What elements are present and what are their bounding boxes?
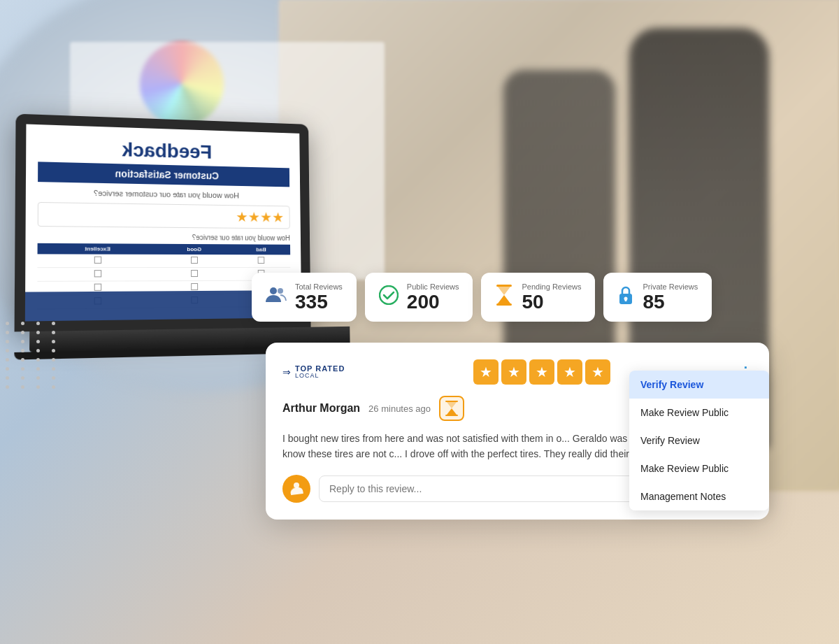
laptop-stars-box: ★ ★ ★ ★ — [38, 202, 290, 229]
review-star-5: ★ — [585, 359, 610, 385]
laptop-feedback-title: Feedback — [38, 136, 289, 165]
laptop-question: How would you rate our service? — [38, 232, 290, 242]
reply-avatar — [282, 475, 310, 503]
checkbox — [94, 284, 101, 291]
top-rated-logo: ⇒ TOP RATED LOCAL — [282, 364, 345, 380]
checkbox — [191, 257, 198, 264]
stat-label-pending: Pending Reviews — [522, 282, 581, 291]
laptop-star-2: ★ — [260, 209, 272, 226]
laptop-table-header-bad: Bad — [231, 244, 290, 255]
dropdown-item-verify-review-2[interactable]: Verify Review — [629, 427, 769, 455]
laptop-table-header-excellent: Excellent — [38, 243, 157, 255]
laptop-table-header-good: Good — [156, 244, 231, 255]
pending-badge — [439, 396, 464, 421]
svg-rect-7 — [625, 299, 627, 301]
svg-point-2 — [380, 286, 398, 304]
laptop-subtitle: Customer Satisfaction — [115, 168, 219, 181]
dropdown-item-make-public-1[interactable]: Make Review Public — [629, 399, 769, 427]
table-row — [37, 254, 290, 267]
stat-info-pending: Pending Reviews 50 — [522, 282, 581, 312]
checkbox — [191, 283, 198, 290]
svg-point-10 — [294, 482, 299, 488]
laptop-blue-bar: Customer Satisfaction — [38, 162, 289, 187]
stat-value-total: 335 — [295, 292, 343, 312]
check-circle-icon — [379, 285, 399, 310]
stat-info-total: Total Reviews 335 — [295, 282, 343, 312]
hourglass-icon — [495, 285, 513, 310]
review-star-1: ★ — [473, 359, 499, 385]
review-star-3: ★ — [529, 359, 554, 385]
stat-card-pending-reviews: Pending Reviews 50 — [481, 273, 595, 322]
laptop-star-4: ★ — [236, 208, 248, 225]
reviewer-name: Arthur Morgan — [282, 402, 360, 415]
svg-rect-8 — [445, 401, 458, 402]
top-rated-text: TOP RATED LOCAL — [295, 364, 345, 380]
stat-value-private: 85 — [643, 292, 698, 312]
stat-card-total-reviews: Total Reviews 335 — [252, 273, 357, 322]
stat-card-public-reviews: Public Reviews 200 — [365, 273, 473, 322]
svg-rect-3 — [496, 285, 512, 287]
stat-card-private-reviews: Private Reviews 85 — [603, 273, 712, 322]
stat-label-public: Public Reviews — [407, 282, 459, 291]
stat-info-public: Public Reviews 200 — [407, 282, 459, 312]
stats-row: Total Reviews 335 Public Reviews 200 — [252, 273, 712, 322]
checkbox — [94, 270, 101, 277]
svg-rect-9 — [445, 415, 458, 416]
svg-rect-4 — [496, 303, 512, 306]
dropdown-item-make-public-2[interactable]: Make Review Public — [629, 455, 769, 482]
stat-value-public: 200 — [407, 292, 459, 312]
dropdown-menu: Verify Review Make Review Public Verify … — [629, 371, 769, 510]
review-star-2: ★ — [501, 359, 526, 385]
stat-label-private: Private Reviews — [643, 282, 698, 291]
lock-icon — [617, 285, 634, 310]
checkbox — [258, 257, 265, 264]
stat-info-private: Private Reviews 85 — [643, 282, 698, 312]
checkbox — [94, 257, 101, 264]
laptop-description: How would you rate our customer service? — [38, 187, 289, 200]
dropdown-item-verify-review-1[interactable]: Verify Review — [629, 371, 769, 399]
checkbox — [191, 270, 198, 277]
people-icon — [266, 285, 287, 310]
svg-point-0 — [270, 287, 277, 294]
dot-grid-decoration — [6, 322, 62, 389]
top-rated-bottom-text: LOCAL — [295, 373, 345, 380]
review-stars: ★ ★ ★ ★ ★ — [473, 359, 610, 385]
reviewer-time: 26 minutes ago — [368, 403, 431, 414]
svg-point-1 — [278, 288, 283, 294]
top-rated-arrow-icon: ⇒ — [282, 366, 291, 378]
laptop-star-3: ★ — [248, 208, 260, 225]
laptop-star-1: ★ — [272, 209, 284, 226]
reply-input[interactable] — [319, 475, 674, 502]
review-star-4: ★ — [557, 359, 582, 385]
stat-value-pending: 50 — [522, 292, 581, 312]
stat-label-total: Total Reviews — [295, 282, 343, 291]
dropdown-item-management-notes[interactable]: Management Notes — [629, 482, 769, 510]
